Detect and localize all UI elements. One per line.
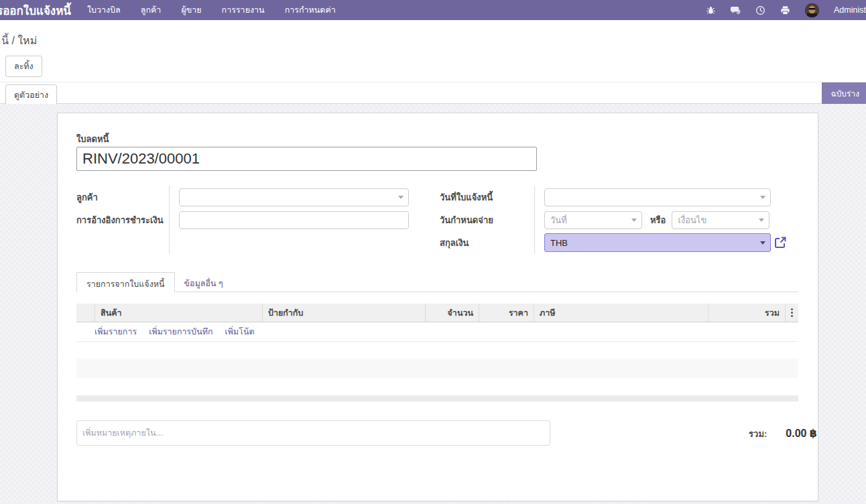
kebab-icon (791, 312, 793, 314)
breadcrumb-current: ใหม่ (17, 35, 37, 46)
notebook-tabs: รายการจากใบแจ้งหนี้ ข้อมูลอื่น ๆ (76, 272, 798, 292)
or-label: หรือ (650, 213, 666, 227)
empty-table-stripe (76, 359, 798, 378)
column-header-product[interactable]: สินค้า (95, 304, 262, 322)
activities-clock-icon[interactable] (755, 5, 765, 15)
top-navbar: รออกใบแจ้งหนี้ ใบวางบิล ลูกค้า ผู้ขาย กา… (0, 0, 866, 20)
internal-notes-input[interactable] (76, 420, 550, 446)
field-group-left: ลูกค้า การอ้างอิงการชำระเงิน (76, 186, 433, 254)
discard-button[interactable]: ละทิ้ง (5, 56, 42, 77)
add-note-link[interactable]: เพิ่มโน้ต (225, 325, 255, 338)
breadcrumb-parent[interactable]: นี้ (1, 35, 9, 46)
total-label: รวม: (749, 427, 767, 441)
customer-label: ลูกค้า (76, 190, 98, 204)
menu-vendors[interactable]: ผู้ขาย (181, 3, 201, 17)
tab-invoice-lines[interactable]: รายการจากใบแจ้งหนี้ (76, 272, 175, 292)
column-header-taxes[interactable]: ภาษี (534, 304, 708, 322)
menu-reporting[interactable]: การรายงาน (222, 3, 265, 17)
invoice-lines-table: สินค้า ป้ายกำกับ จำนวน ราคา ภาษี รวม เพิ… (76, 304, 798, 342)
app-brand[interactable]: รออกใบแจ้งหนี้ (0, 1, 87, 19)
user-name[interactable]: Administrator (834, 5, 866, 15)
breadcrumb: นี้ / ใหม่ (1, 32, 37, 49)
label-column-right: วันที่ใบแจ้งหนี้ วันกำหนดจ่าย สกุลเงิน (440, 186, 535, 254)
label-column-left: ลูกค้า การอ้างอิงการชำระเงิน (76, 186, 170, 254)
invoice-date-label: วันที่ใบแจ้งหนี้ (440, 190, 493, 204)
column-header-label[interactable]: ป้ายกำกับ (262, 304, 425, 322)
table-header-row: สินค้า ป้ายกำกับ จำนวน ราคา ภาษี รวม (76, 304, 798, 322)
add-section-link[interactable]: เพิ่มรายการบันทึก (149, 325, 212, 338)
table-add-row: เพิ่มรายการ เพิ่มรายการบันทึก เพิ่มโน้ต (76, 322, 798, 342)
print-icon[interactable] (780, 5, 790, 15)
status-badge-draft[interactable]: ฉบับร่าง (822, 82, 866, 104)
breadcrumb-separator: / (9, 35, 17, 46)
menu-billing[interactable]: ใบวางบิล (87, 3, 121, 17)
payment-ref-input[interactable] (179, 211, 409, 229)
main-menu: ใบวางบิล ลูกค้า ผู้ขาย การรายงาน การกำหน… (87, 3, 336, 17)
field-column-right: หรือ (535, 186, 798, 254)
horizontal-scrollbar[interactable] (76, 395, 798, 401)
external-link-icon[interactable] (774, 236, 787, 249)
optional-columns-button[interactable] (785, 304, 798, 322)
column-header-total[interactable]: รวม (708, 304, 785, 322)
customer-input[interactable] (179, 188, 409, 206)
field-group-right: วันที่ใบแจ้งหนี้ วันกำหนดจ่าย สกุลเงิน (440, 186, 798, 254)
menu-configuration[interactable]: การกำหนดค่า (285, 3, 336, 17)
field-column-left (170, 186, 433, 254)
payment-ref-label: การอ้างอิงการชำระเงิน (76, 213, 164, 227)
column-header-price[interactable]: ราคา (479, 304, 534, 322)
status-bar: ดูตัวอย่าง ฉบับร่าง (0, 82, 866, 104)
field-groups: ลูกค้า การอ้างอิงการชำระเงิน (76, 186, 798, 254)
navbar-systray: Administrator (706, 3, 866, 17)
invoice-date-input[interactable] (544, 188, 771, 206)
column-header-quantity[interactable]: จำนวน (425, 304, 479, 322)
tab-other-info[interactable]: ข้อมูลอื่น ๆ (175, 272, 233, 292)
messages-icon[interactable] (731, 5, 741, 15)
user-avatar[interactable] (805, 3, 819, 17)
doc-number-input[interactable] (76, 147, 537, 171)
content-area: ใบลดหนี้ ลูกค้า การอ้างอิงการชำระเงิน (0, 104, 866, 504)
menu-customers[interactable]: ลูกค้า (141, 3, 162, 17)
due-date-input[interactable] (544, 211, 642, 229)
form-sheet: ใบลดหนี้ ลูกค้า การอ้างอิงการชำระเงิน (57, 113, 818, 501)
currency-input[interactable] (544, 233, 771, 252)
drag-handle-column (76, 304, 95, 322)
totals-section: รวม: 0.00 ฿ (664, 427, 817, 441)
doc-type-label: ใบลดหนี้ (76, 132, 109, 146)
payment-terms-input[interactable] (672, 211, 769, 229)
debug-bug-icon[interactable] (706, 5, 716, 15)
due-date-label: วันกำหนดจ่าย (440, 213, 493, 227)
app-window: รออกใบแจ้งหนี้ ใบวางบิล ลูกค้า ผู้ขาย กา… (0, 0, 866, 504)
preview-button[interactable]: ดูตัวอย่าง (5, 84, 57, 106)
add-line-link[interactable]: เพิ่มรายการ (95, 325, 137, 338)
currency-label: สกุลเงิน (440, 236, 469, 250)
total-amount: 0.00 ฿ (786, 427, 817, 440)
control-panel: นี้ / ใหม่ ละทิ้ง ดูตัวอย่าง ฉบับร่าง (0, 20, 866, 104)
